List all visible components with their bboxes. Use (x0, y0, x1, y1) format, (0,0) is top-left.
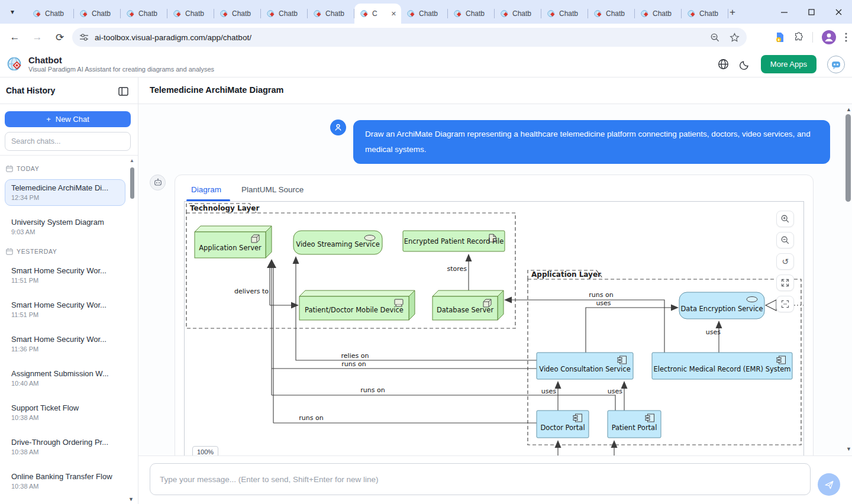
chat-history-item[interactable]: Drive-Through Ordering Pr...10:38 AM (5, 434, 125, 460)
browser-tab-active[interactable]: C✕ (354, 4, 401, 24)
zoom-in-button[interactable] (776, 211, 794, 227)
sidebar-scroll-up-icon[interactable]: ▲ (130, 158, 134, 163)
browser-tab[interactable]: Chatb (167, 4, 214, 24)
user-message-bubble: Draw an ArchiMate Diagram representing a… (353, 120, 830, 164)
chat-scrollbar-thumb[interactable] (845, 114, 851, 202)
browser-tab[interactable]: Chatb (74, 4, 121, 24)
bot-avatar (150, 175, 166, 190)
search-chats-input[interactable] (5, 132, 131, 151)
browser-tab[interactable]: Chatb (214, 4, 261, 24)
browser-tab[interactable]: Chatb (401, 4, 448, 24)
svg-text:relies on: relies on (341, 352, 369, 360)
browser-tab[interactable]: Chatb (308, 4, 354, 24)
vp-favicon (594, 9, 602, 18)
vp-favicon (501, 9, 509, 18)
diagram-node-record_file: Encrypted Patient Record File (403, 231, 505, 251)
forward-button[interactable]: → (28, 28, 46, 46)
svg-text:uses: uses (596, 299, 611, 307)
address-bar[interactable]: ai-toolbox.visual-paradigm.com/app/chatb… (72, 28, 747, 47)
diagram-node-des: Data Encryption Service (679, 292, 764, 319)
tab-search-chevron-icon[interactable]: ▾ (5, 5, 20, 19)
diagram-viewport[interactable]: Technology Layer Application Layerdelive… (184, 201, 804, 455)
svg-text:runs on: runs on (341, 360, 366, 368)
chat-history-item[interactable]: Smart Home Security Wor...11:51 PM (5, 296, 125, 323)
zoom-out-button[interactable] (776, 232, 794, 248)
chat-history-item[interactable]: University System Diagram9:03 AM (5, 214, 125, 240)
sidebar-scroll-down-icon[interactable]: ▼ (128, 496, 134, 502)
browser-tab[interactable]: Chatb (682, 4, 728, 24)
browser-tab[interactable]: Chatb (121, 4, 167, 24)
svg-text:runs on: runs on (360, 386, 385, 394)
minimize-button[interactable] (770, 0, 798, 24)
tab-plantuml-source[interactable]: PlantUML Source (241, 185, 304, 194)
back-button[interactable]: ← (6, 28, 24, 46)
browser-tab[interactable]: Chatb (635, 4, 682, 24)
close-tab-icon[interactable]: ✕ (390, 10, 398, 18)
site-settings-icon[interactable] (79, 33, 89, 42)
new-chat-button[interactable]: + New Chat (5, 111, 131, 127)
extensions-puzzle-icon[interactable] (793, 32, 804, 43)
dark-mode-moon-icon[interactable] (740, 59, 750, 70)
zoom-page-icon[interactable] (710, 33, 720, 43)
url-text: ai-toolbox.visual-paradigm.com/app/chatb… (95, 33, 710, 42)
diagram-node-app_server: Application Server (195, 226, 272, 258)
svg-text:delivers to: delivers to (234, 287, 269, 295)
new-tab-button[interactable]: + (726, 6, 739, 19)
chatbot-avatar[interactable] (827, 56, 845, 73)
diagram-card: Diagram PlantUML Source Technology Layer… (175, 175, 814, 455)
chat-history-item[interactable]: Support Ticket Flow10:38 AM (5, 399, 125, 426)
profile-avatar[interactable] (821, 30, 837, 45)
language-globe-icon[interactable] (718, 59, 729, 70)
maximize-button[interactable] (798, 0, 825, 24)
browser-tab[interactable]: Chatb (495, 4, 541, 24)
diagram-node-db_server: Database Server (433, 290, 504, 320)
chat-history-item[interactable]: Smart Home Security Wor...11:51 PM (5, 262, 125, 289)
tab-diagram[interactable]: Diagram (191, 185, 221, 194)
browser-tabs: ChatbChatbChatbChatbChatbChatbChatbC✕Cha… (27, 4, 728, 24)
svg-text:Doctor Portal: Doctor Portal (540, 424, 585, 432)
send-button[interactable] (818, 473, 840, 496)
svg-text:Video Consultation Service: Video Consultation Service (539, 365, 630, 373)
vp-favicon (547, 9, 556, 18)
reset-view-button[interactable]: ↺ (776, 253, 794, 270)
collapse-sidebar-icon[interactable] (117, 85, 129, 97)
vp-favicon (360, 9, 369, 18)
svg-text:Electronic Medical Record (EMR: Electronic Medical Record (EMR) System (653, 365, 790, 373)
browser-tab[interactable]: Chatb (448, 4, 495, 24)
vp-favicon (267, 9, 275, 18)
chat-scroll-down-icon[interactable]: ▼ (846, 446, 851, 452)
chrome-menu-kebab-icon[interactable] (845, 33, 847, 42)
sidebar: + New Chat TODAYTelemedicine ArchiMate D… (0, 104, 138, 504)
vp-favicon (173, 9, 182, 18)
save-page-icon[interactable] (774, 32, 785, 43)
chat-history-title: Chat History (6, 86, 55, 95)
fit-view-button[interactable] (776, 296, 794, 312)
chat-history-item[interactable]: Telemedicine ArchiMate Di...12:34 PM (5, 179, 125, 206)
message-input[interactable] (150, 463, 811, 495)
browser-tab[interactable]: Chatb (541, 4, 588, 24)
browser-tab[interactable]: Chatb (261, 4, 308, 24)
diagram-node-doctor_portal: Doctor Portal (537, 411, 589, 438)
more-apps-button[interactable]: More Apps (761, 55, 816, 73)
sidebar-scrollbar-thumb[interactable] (130, 167, 134, 199)
browser-tab[interactable]: Chatb (27, 4, 74, 24)
fullscreen-button[interactable] (776, 274, 794, 291)
svg-text:Video Streaming Service: Video Streaming Service (296, 240, 379, 248)
chat-history-item[interactable]: Online Banking Transfer Flow10:38 AM (5, 468, 125, 495)
chat-section-label: YESTERDAY (6, 248, 125, 255)
bookmark-star-icon[interactable] (730, 33, 740, 43)
diagram-zoom-badge: 100% (192, 446, 218, 455)
svg-text:uses: uses (706, 328, 721, 336)
chat-history-item[interactable]: Smart Home Security Wor...11:36 PM (5, 331, 125, 357)
diagram-controls: ↺ (776, 211, 794, 312)
reload-button[interactable]: ⟳ (51, 28, 69, 46)
svg-text:Patient/Doctor Mobile Device: Patient/Doctor Mobile Device (305, 306, 404, 314)
plus-icon: + (46, 115, 51, 124)
close-window-button[interactable] (825, 0, 852, 24)
chat-area: Draw an ArchiMate Diagram representing a… (138, 104, 852, 455)
browser-tab[interactable]: Chatb (588, 4, 635, 24)
calendar-icon (6, 165, 13, 172)
chat-scroll-up-icon[interactable]: ▲ (846, 106, 851, 112)
vp-favicon (127, 9, 135, 18)
chat-history-item[interactable]: Assignment Submission W...10:40 AM (5, 365, 125, 392)
